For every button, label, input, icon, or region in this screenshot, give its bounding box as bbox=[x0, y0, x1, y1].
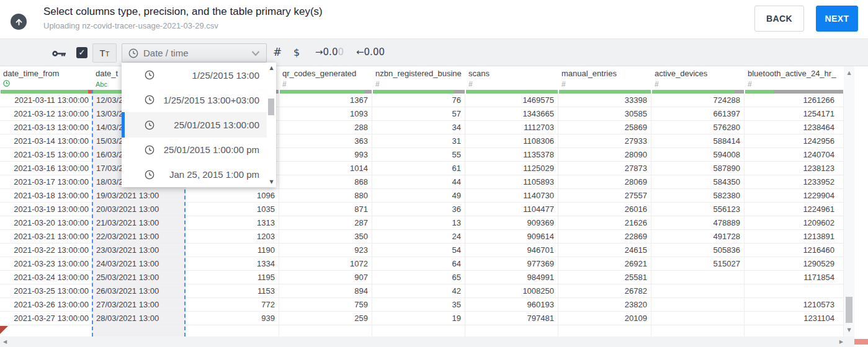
table-cell[interactable]: 2021-03-11 13:00:00 bbox=[0, 94, 92, 107]
table-cell[interactable]: 1093 bbox=[279, 107, 372, 121]
table-cell[interactable]: 909369 bbox=[465, 216, 558, 230]
table-cell[interactable]: 30585 bbox=[558, 107, 651, 121]
table-cell[interactable]: 1072 bbox=[279, 257, 372, 271]
table-cell[interactable]: 27933 bbox=[558, 134, 651, 148]
column-header[interactable]: bluetooth_active_24_hr_# bbox=[745, 66, 844, 90]
scroll-up-icon[interactable]: ▲ bbox=[844, 70, 854, 76]
scroll-right-icon[interactable]: ▶ bbox=[839, 339, 843, 345]
table-cell[interactable] bbox=[651, 271, 745, 284]
table-cell[interactable]: 1112703 bbox=[465, 121, 558, 134]
table-cell[interactable]: 1242956 bbox=[745, 134, 844, 148]
table-cell[interactable]: 1096 bbox=[186, 189, 279, 203]
table-cell[interactable]: 2021-03-27 13:00:00 bbox=[0, 312, 92, 325]
table-cell[interactable]: 31 bbox=[372, 134, 465, 148]
table-cell[interactable]: 1190 bbox=[186, 244, 279, 257]
decrease-precision-button[interactable]: ←0.00 bbox=[356, 43, 385, 62]
table-cell[interactable]: 977369 bbox=[465, 257, 558, 271]
table-cell[interactable]: 33398 bbox=[558, 94, 651, 107]
table-cell[interactable]: 65 bbox=[372, 271, 465, 284]
table-cell[interactable]: 54 bbox=[372, 244, 465, 257]
table-cell[interactable]: 350 bbox=[279, 230, 372, 244]
vertical-scrollbar[interactable]: ▲ ▼ bbox=[844, 66, 854, 336]
table-cell[interactable]: 27557 bbox=[558, 189, 651, 203]
dropdown-option[interactable]: 1/25/2015 13:00+03:00 bbox=[122, 87, 267, 112]
table-cell[interactable]: 1105893 bbox=[465, 175, 558, 189]
table-cell[interactable]: 584350 bbox=[651, 175, 745, 189]
column-header[interactable]: active_devices# bbox=[651, 66, 745, 90]
dropdown-scrollbar[interactable]: ▲ ▼ bbox=[267, 63, 276, 187]
table-cell[interactable]: 868 bbox=[279, 175, 372, 189]
table-cell[interactable]: 797481 bbox=[465, 312, 558, 325]
table-cell[interactable]: 1210573 bbox=[745, 298, 844, 312]
table-cell[interactable]: 49 bbox=[372, 189, 465, 203]
table-cell[interactable]: 27873 bbox=[558, 162, 651, 175]
table-cell[interactable]: 871 bbox=[279, 203, 372, 216]
scroll-down-icon[interactable]: ▼ bbox=[267, 179, 276, 185]
dropdown-option[interactable]: 25/01/2015 13:00:00 bbox=[122, 112, 267, 137]
table-cell[interactable]: 1229904 bbox=[745, 189, 844, 203]
table-cell[interactable]: 1254171 bbox=[745, 107, 844, 121]
dropdown-option[interactable]: Jan 25, 2015 1:00 pm bbox=[122, 162, 267, 187]
table-cell[interactable]: 491728 bbox=[651, 230, 745, 244]
table-cell[interactable]: 1238464 bbox=[745, 121, 844, 134]
table-cell[interactable]: 1313 bbox=[186, 216, 279, 230]
table-cell[interactable]: 28090 bbox=[558, 148, 651, 162]
column-header[interactable]: scans# bbox=[465, 66, 558, 90]
table-cell[interactable]: 27/03/2021 13:00 bbox=[92, 298, 186, 312]
table-cell[interactable]: 894 bbox=[279, 284, 372, 298]
table-cell[interactable]: 2021-03-17 13:00:00 bbox=[0, 175, 92, 189]
table-cell[interactable]: 2021-03-18 13:00:00 bbox=[0, 189, 92, 203]
table-cell[interactable]: 28069 bbox=[558, 175, 651, 189]
table-cell[interactable]: 556123 bbox=[651, 203, 745, 216]
table-cell[interactable]: 2021-03-13 13:00:00 bbox=[0, 121, 92, 134]
table-cell[interactable]: 880 bbox=[279, 189, 372, 203]
include-column-checkbox[interactable]: ✓ bbox=[76, 47, 87, 58]
table-cell[interactable]: 64 bbox=[372, 257, 465, 271]
table-cell[interactable]: 19/03/2021 13:00 bbox=[92, 189, 186, 203]
scroll-left-icon[interactable]: ◀ bbox=[3, 339, 7, 345]
table-cell[interactable]: 505836 bbox=[651, 244, 745, 257]
table-cell[interactable]: 1469575 bbox=[465, 94, 558, 107]
table-cell[interactable]: 287 bbox=[279, 216, 372, 230]
table-cell[interactable]: 42 bbox=[372, 284, 465, 298]
table-cell[interactable]: 661397 bbox=[651, 107, 745, 121]
table-cell[interactable]: 363 bbox=[279, 134, 372, 148]
table-cell[interactable]: 25869 bbox=[558, 121, 651, 134]
table-cell[interactable]: 2021-03-25 13:00:00 bbox=[0, 284, 92, 298]
table-cell[interactable]: 57 bbox=[372, 107, 465, 121]
table-cell[interactable]: 582380 bbox=[651, 189, 745, 203]
currency-type-button[interactable]: $ bbox=[293, 43, 300, 62]
table-cell[interactable]: 22/03/2021 13:00 bbox=[92, 230, 186, 244]
table-cell[interactable]: 55 bbox=[372, 148, 465, 162]
table-cell[interactable]: 2021-03-15 13:00:00 bbox=[0, 148, 92, 162]
table-cell[interactable]: 26/03/2021 13:00 bbox=[92, 284, 186, 298]
table-cell[interactable]: 36 bbox=[372, 203, 465, 216]
table-cell[interactable]: 576280 bbox=[651, 121, 745, 134]
dropdown-scrollbar-thumb[interactable] bbox=[268, 99, 274, 115]
table-cell[interactable]: 1135378 bbox=[465, 148, 558, 162]
table-cell[interactable]: 259 bbox=[279, 312, 372, 325]
table-cell[interactable]: 2021-03-23 13:00:00 bbox=[0, 257, 92, 271]
table-cell[interactable]: 2021-03-22 13:00:00 bbox=[0, 244, 92, 257]
table-cell[interactable]: 1108306 bbox=[465, 134, 558, 148]
table-cell[interactable]: 1008250 bbox=[465, 284, 558, 298]
table-cell[interactable]: 2021-03-24 13:00:00 bbox=[0, 271, 92, 284]
table-cell[interactable]: 26921 bbox=[558, 257, 651, 271]
table-cell[interactable]: 759 bbox=[279, 298, 372, 312]
table-cell[interactable]: 588414 bbox=[651, 134, 745, 148]
table-cell[interactable]: 26782 bbox=[558, 284, 651, 298]
table-cell[interactable]: 24615 bbox=[558, 244, 651, 257]
column-header[interactable]: qr_codes_generated# bbox=[279, 66, 372, 90]
table-cell[interactable]: 2021-03-26 13:00:00 bbox=[0, 298, 92, 312]
column-header[interactable]: nzbn_registered_busine# bbox=[372, 66, 465, 90]
table-cell[interactable]: 2021-03-14 13:00:00 bbox=[0, 134, 92, 148]
datetime-format-select[interactable]: Date / time bbox=[122, 43, 267, 63]
table-cell[interactable]: 1014 bbox=[279, 162, 372, 175]
table-cell[interactable]: 1203 bbox=[186, 230, 279, 244]
number-type-button[interactable]: # bbox=[273, 43, 282, 62]
table-cell[interactable]: 1153 bbox=[186, 284, 279, 298]
table-cell[interactable]: 13 bbox=[372, 216, 465, 230]
table-cell[interactable]: 993 bbox=[279, 148, 372, 162]
table-cell[interactable]: 21/03/2021 13:00 bbox=[92, 216, 186, 230]
table-cell[interactable]: 23/03/2021 13:00 bbox=[92, 244, 186, 257]
